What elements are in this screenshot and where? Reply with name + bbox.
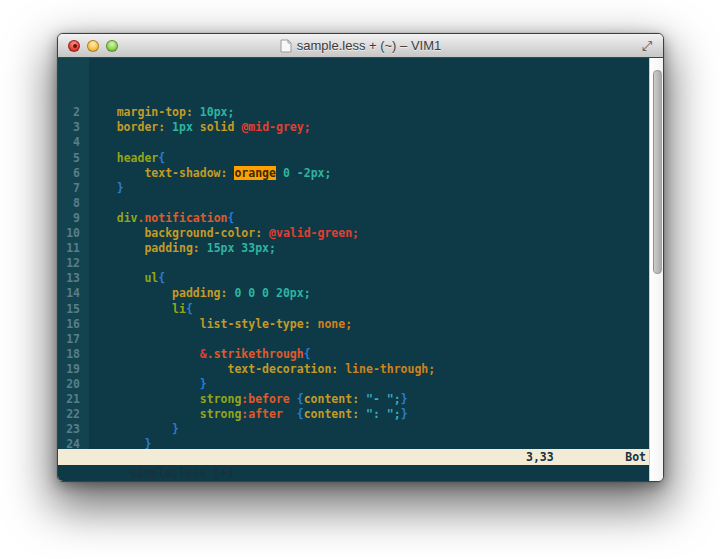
code-line: 18 &.strikethrough{ (58, 347, 649, 362)
scrollbar-track[interactable] (649, 58, 663, 481)
code-text: strong:before {content: "- ";} (89, 392, 649, 407)
search-highlight: orange (234, 166, 276, 180)
line-number: 16 (58, 317, 89, 332)
line-number: 17 (58, 332, 89, 347)
line-number: 22 (58, 407, 89, 422)
code-line: 4 (58, 135, 649, 150)
line-number: 6 (58, 166, 89, 181)
code-line: 10 background-color: @valid-green; (58, 226, 649, 241)
modified-dot-icon (73, 44, 77, 48)
statusline-filename: sample.less [+] (130, 466, 234, 480)
statusline-ruler: 3,33 (526, 449, 554, 465)
code-line: 16 list-style-type: none; (58, 317, 649, 332)
code-line: 23 } (58, 422, 649, 437)
line-number: 15 (58, 302, 89, 317)
code-line: 6 text-shadow: orange 0 -2px; (58, 166, 649, 181)
code-text (89, 196, 649, 211)
line-number: 18 (58, 347, 89, 362)
terminal-window: sample.less + (~) – VIM1 ⤢ 2 margin-top:… (57, 33, 664, 482)
code-line: 17 (58, 332, 649, 347)
code-text: header{ (89, 151, 649, 166)
code-line: 11 padding: 15px 33px; (58, 241, 649, 256)
code-text: li{ (89, 302, 649, 317)
line-number: 21 (58, 392, 89, 407)
line-number: 24 (58, 437, 89, 449)
line-number: 11 (58, 241, 89, 256)
window-titlebar[interactable]: sample.less + (~) – VIM1 ⤢ (58, 34, 663, 58)
code-line: 2 margin-top: 10px; (58, 105, 649, 120)
code-text: list-style-type: none; (89, 317, 649, 332)
code-line: 22 strong:after {content: ": ";} (58, 407, 649, 422)
code-line: 21 strong:before {content: "- ";} (58, 392, 649, 407)
line-number: 12 (58, 256, 89, 271)
code-text (89, 135, 649, 150)
window-title: sample.less + (~) – VIM1 (297, 38, 442, 53)
code-line: 12 (58, 256, 649, 271)
vim-statusline: sample.less [+] 3,33 Bot (58, 449, 649, 465)
document-icon (280, 39, 292, 53)
code-text: } (89, 377, 649, 392)
code-line: 15 li{ (58, 302, 649, 317)
close-button[interactable] (68, 40, 80, 52)
line-number: 5 (58, 151, 89, 166)
code-text: text-shadow: orange 0 -2px; (89, 166, 649, 181)
line-number: 20 (58, 377, 89, 392)
line-number: 3 (58, 120, 89, 135)
code-text: &.strikethrough{ (89, 347, 649, 362)
fullscreen-arrows-icon[interactable]: ⤢ (639, 38, 655, 54)
code-line: 13 ul{ (58, 271, 649, 286)
code-text: } (89, 422, 649, 437)
code-text: padding: 15px 33px; (89, 241, 649, 256)
code-line: 7 } (58, 181, 649, 196)
code-line: 24 } (58, 437, 649, 449)
line-number: 10 (58, 226, 89, 241)
line-number: 2 (58, 105, 89, 120)
line-number: 13 (58, 271, 89, 286)
line-number: 4 (58, 135, 89, 150)
code-line: 20 } (58, 377, 649, 392)
code-text: text-decoration: line-through; (89, 362, 649, 377)
zoom-button[interactable] (106, 40, 118, 52)
code-text (89, 332, 649, 347)
code-text: padding: 0 0 0 20px; (89, 286, 649, 301)
traffic-lights (68, 34, 118, 57)
line-number: 8 (58, 196, 89, 211)
code-text: strong:after {content: ": ";} (89, 407, 649, 422)
code-text: ul{ (89, 271, 649, 286)
line-number: 19 (58, 362, 89, 377)
code-text: margin-top: 10px; (89, 105, 649, 120)
code-line: 19 text-decoration: line-through; (58, 362, 649, 377)
vim-buffer[interactable]: 2 margin-top: 10px;3 border: 1px solid @… (58, 58, 649, 449)
line-number: 7 (58, 181, 89, 196)
code-line: 3 border: 1px solid @mid-grey; (58, 120, 649, 135)
code-text: div.notification{ (89, 211, 649, 226)
desktop: sample.less + (~) – VIM1 ⤢ 2 margin-top:… (0, 0, 720, 559)
code-line: 5 header{ (58, 151, 649, 166)
code-text: background-color: @valid-green; (89, 226, 649, 241)
line-number: 14 (58, 286, 89, 301)
code-lines: 2 margin-top: 10px;3 border: 1px solid @… (58, 105, 649, 449)
minimize-button[interactable] (87, 40, 99, 52)
vim-pane: 2 margin-top: 10px;3 border: 1px solid @… (58, 58, 649, 481)
line-number: 23 (58, 422, 89, 437)
code-line: 14 padding: 0 0 0 20px; (58, 286, 649, 301)
code-text: border: 1px solid @mid-grey; (89, 120, 649, 135)
code-line: 9 div.notification{ (58, 211, 649, 226)
statusline-position: Bot (625, 449, 646, 465)
code-line: 8 (58, 196, 649, 211)
scrollbar-thumb[interactable] (653, 70, 662, 274)
code-text: } (89, 437, 649, 449)
window-title-group: sample.less + (~) – VIM1 (280, 38, 442, 53)
code-text: } (89, 181, 649, 196)
terminal-body: 2 margin-top: 10px;3 border: 1px solid @… (58, 58, 663, 481)
code-text (89, 256, 649, 271)
line-number: 9 (58, 211, 89, 226)
